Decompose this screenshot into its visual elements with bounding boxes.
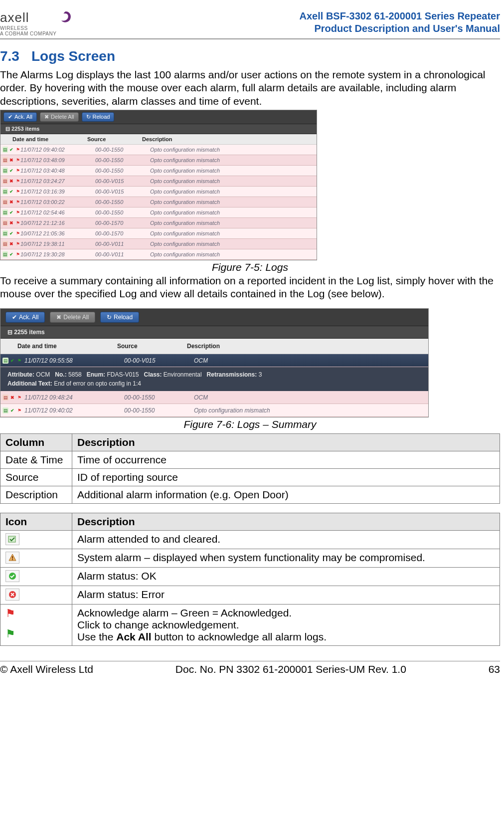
flag-red-icon[interactable]: ⚑: [16, 395, 22, 401]
x-icon: ✖: [44, 114, 49, 120]
cleared-icon: ▤: [2, 189, 8, 195]
status-ok-icon: [5, 570, 19, 582]
error-icon: ✖: [9, 395, 15, 401]
reload-button[interactable]: ↻Reload: [100, 312, 139, 323]
flag-red-icon[interactable]: ⚑: [16, 407, 22, 413]
flag-red-icon[interactable]: ⚑: [15, 168, 20, 174]
flag-red-icon[interactable]: ⚑: [15, 189, 20, 195]
collapse-icon[interactable]: ⊟: [5, 126, 10, 132]
system-alarm-icon: [5, 552, 19, 564]
page-header: axell WIRELESS A COBHAM COMPANY Axell BS…: [0, 10, 500, 39]
icon-description-table: IconDescription Alarm attended to and cl…: [0, 513, 500, 646]
flag-red-icon[interactable]: ⚑: [15, 157, 20, 163]
col-date-time: Date and time: [17, 343, 117, 350]
section-heading: 7.3Logs Screen: [0, 48, 500, 64]
reload-icon: ↻: [107, 314, 112, 321]
log-row[interactable]: ▤✖⚑10/07/12 21:12:1600-00-1570Opto confi…: [0, 218, 317, 228]
col-date-time: Date and time: [12, 136, 87, 142]
ok-icon: ✔: [9, 209, 14, 215]
figure-caption-2: Figure 7-6: Logs – Summary: [0, 418, 500, 430]
system-alarm-icon: ▤: [2, 241, 8, 247]
ok-icon: ✔: [9, 251, 14, 257]
delete-all-button[interactable]: ✖Delete All: [40, 112, 78, 122]
intro-paragraph: The Alarms Log displays the last 100 ala…: [0, 68, 500, 108]
th-icon: Icon: [0, 513, 72, 531]
ack-all-button[interactable]: ✔Ack. All: [3, 112, 37, 122]
doc-title: Axell BSF-3302 61-200001 Series Repeater…: [300, 10, 500, 35]
col-source: Source: [117, 343, 187, 350]
status-error-icon: [5, 589, 19, 601]
ok-icon: ✔: [9, 189, 14, 195]
flag-red-icon: ⚑: [5, 607, 15, 619]
log-row[interactable]: ▤✔⚑11/07/12 03:40:4800-00-1550Opto confi…: [0, 166, 317, 176]
col-source: Source: [87, 136, 142, 142]
hover-details: Attribute: OCM No.: 5858 Enum: FDAS-V015…: [0, 367, 428, 391]
log-row[interactable]: ▤✖⚑11/07/12 03:48:0900-00-1550Opto confi…: [0, 155, 317, 166]
logs-summary-screenshot: ✔Ack. All ✖Delete All ↻Reload ⊟ 2255 ite…: [0, 308, 429, 417]
items-count: 2255 items: [14, 329, 44, 336]
column-description-table: ColumnDescription Date & TimeTime of occ…: [0, 433, 500, 504]
error-icon: ✖: [9, 220, 14, 226]
col-description: Description: [187, 343, 428, 350]
log-row[interactable]: ▤✖⚑11/07/12 03:00:2200-00-1550Opto confi…: [0, 197, 317, 207]
log-row[interactable]: ▤✔⚑10/07/12 21:05:3600-00-1570Opto confi…: [0, 228, 317, 239]
flag-red-icon[interactable]: ⚑: [15, 230, 20, 236]
figure-caption-1: Figure 7-5: Logs: [0, 261, 500, 273]
reload-button[interactable]: ↻Reload: [82, 112, 115, 122]
footer-doc-number: Doc. No. PN 3302 61-200001 Series-UM Rev…: [175, 663, 406, 675]
system-alarm-icon: ▤: [2, 220, 8, 226]
logo: axell WIRELESS A COBHAM COMPANY: [0, 10, 73, 36]
cleared-icon: ▤: [2, 251, 8, 257]
log-row[interactable]: ▤✔⚑11/07/12 09:40:0200-00-1550Opto confi…: [0, 145, 317, 155]
th-column: Column: [0, 434, 72, 451]
section-number: 7.3: [0, 48, 19, 64]
check-icon: ✔: [12, 314, 17, 321]
flag-red-icon[interactable]: ⚑: [15, 178, 20, 184]
flag-red-icon[interactable]: ⚑: [15, 241, 20, 247]
flag-green-icon: ⚑: [5, 627, 15, 640]
log-row[interactable]: ▤✔⚑11/07/12 02:54:4600-00-1550Opto confi…: [0, 207, 317, 218]
error-icon: ✖: [9, 241, 14, 247]
logo-swirl-icon: [58, 10, 73, 27]
log-row[interactable]: ▤✖⚑10/07/12 19:38:1100-00-V011Opto confi…: [0, 239, 317, 249]
page-footer: © Axell Wireless Ltd Doc. No. PN 3302 61…: [0, 661, 500, 675]
flag-red-icon[interactable]: ⚑: [15, 251, 20, 257]
ok-icon: ✔: [9, 358, 15, 364]
system-alarm-icon: ▤: [2, 157, 8, 163]
logo-sub2: A COBHAM COMPANY: [0, 31, 56, 36]
svg-rect-1: [12, 556, 13, 559]
collapse-icon[interactable]: ⊟: [7, 329, 12, 336]
log-row[interactable]: ▤✔⚑10/07/12 19:30:2800-00-V011Opto confi…: [0, 249, 317, 260]
flag-red-icon[interactable]: ⚑: [15, 220, 20, 226]
doc-title-line1: Axell BSF-3302 61-200001 Series Repeater: [300, 10, 500, 22]
th-description: Description: [72, 513, 500, 531]
cleared-icon: ▤: [2, 209, 8, 215]
error-icon: ✖: [9, 178, 14, 184]
x-icon: ✖: [56, 314, 61, 321]
error-icon: ✖: [9, 157, 14, 163]
doc-title-line2: Product Description and User's Manual: [300, 22, 500, 35]
svg-rect-2: [12, 559, 13, 560]
th-description: Description: [72, 434, 500, 451]
ack-all-button[interactable]: ✔Ack. All: [5, 312, 45, 323]
ok-icon: ✔: [9, 168, 14, 174]
flag-red-icon[interactable]: ⚑: [15, 199, 20, 205]
svg-rect-0: [8, 536, 15, 542]
flag-red-icon[interactable]: ⚑: [15, 209, 20, 215]
hover-paragraph: To receive a summary containing all info…: [0, 274, 500, 301]
ok-icon: ✔: [9, 147, 14, 153]
footer-page-number: 63: [489, 663, 500, 675]
flag-green-icon[interactable]: ⚑: [16, 358, 22, 364]
log-row[interactable]: ▤✔⚑11/07/12 03:16:3900-00-V015Opto confi…: [0, 187, 317, 197]
log-row-selected[interactable]: ▤✔⚑ 11/07/12 09:55:58 00-00-V015 OCM: [0, 354, 428, 367]
ok-icon: ✔: [9, 230, 14, 236]
delete-all-button[interactable]: ✖Delete All: [50, 312, 95, 323]
cleared-icon: ▤: [2, 230, 8, 236]
flag-red-icon[interactable]: ⚑: [15, 147, 20, 153]
cleared-icon: ▤: [2, 407, 8, 413]
log-row[interactable]: ▤✖⚑11/07/12 03:24:2700-00-V015Opto confi…: [0, 176, 317, 187]
cleared-icon: ▤: [2, 147, 8, 153]
log-row[interactable]: ▤✔⚑ 11/07/12 09:40:02 00-00-1550 Opto co…: [0, 404, 428, 417]
check-icon: ✔: [8, 114, 12, 120]
log-row[interactable]: ▤✖⚑ 11/07/12 09:48:24 00-00-1550 OCM: [0, 391, 428, 404]
